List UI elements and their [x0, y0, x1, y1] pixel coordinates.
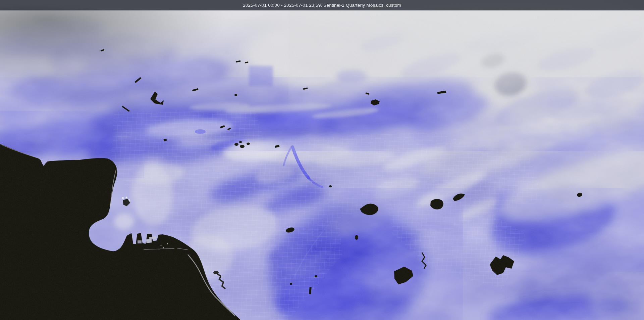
timespan-title-bar: 2025-07-01 00:00 - 2025-07-01 23:59, Sen…: [0, 0, 644, 10]
timespan-label: 2025-07-01 00:00 - 2025-07-01 23:59, Sen…: [243, 3, 401, 8]
map-canvas-3d[interactable]: [0, 0, 644, 320]
app-window: 2025-07-01 00:00 - 2025-07-01 23:59, Sen…: [0, 0, 644, 320]
satellite-imagery: [0, 0, 644, 320]
